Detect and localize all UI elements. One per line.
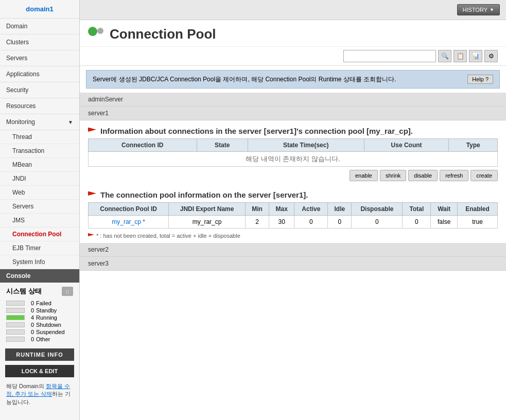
col-enabled: Enabled: [458, 203, 498, 216]
search-button[interactable]: 🔍: [438, 50, 451, 62]
page-title: Connection Pool: [110, 26, 216, 42]
sidebar-sub-servers[interactable]: Servers: [0, 200, 79, 214]
shrink-button[interactable]: shrink: [380, 170, 406, 181]
status-row-failed: 0 Failed: [6, 300, 73, 306]
cell-idle: 0: [328, 216, 352, 229]
status-row-suspended: 0 Suspended: [6, 329, 73, 335]
status-bar-standby: [6, 308, 25, 313]
col-jndi-name: JNDI Export Name: [169, 203, 246, 216]
page-header: Connection Pool: [80, 20, 506, 47]
note-flag-icon: [88, 233, 94, 238]
sidebar-item-security[interactable]: Security: [0, 82, 79, 98]
toolbar: 🔍 📋 📊 ⚙: [80, 47, 506, 66]
server-row-adminserver[interactable]: adminServer: [80, 93, 506, 107]
col-min: Min: [246, 203, 269, 216]
note-text: * : has not been created, total = active…: [96, 233, 240, 239]
cell-active: 0: [294, 216, 328, 229]
col-wait: Wait: [431, 203, 458, 216]
col-type: Type: [449, 139, 498, 152]
sidebar-domain-label[interactable]: domain1: [0, 0, 79, 19]
col-disposable: Disposable: [352, 203, 403, 216]
status-bar-running: [6, 315, 25, 320]
sidebar-sub-transaction[interactable]: Transaction: [0, 144, 79, 158]
status-bar-failed: [6, 301, 25, 306]
section1-title: Information about connections in the ser…: [100, 127, 413, 135]
toolbar-icon1-button[interactable]: 📋: [453, 50, 467, 62]
server-row-server3[interactable]: server3: [80, 257, 506, 271]
runtime-info-button[interactable]: RUNTIME INFO: [5, 348, 74, 361]
status-bar-suspended: [6, 329, 25, 335]
sidebar-sub-ejb-timer[interactable]: EJB Timer: [0, 241, 79, 255]
enable-button[interactable]: enable: [350, 170, 378, 181]
cell-total: 0: [403, 216, 431, 229]
table-row: my_rar_cp * my_rar_cp 2 30 0 0 0 0 false…: [89, 216, 498, 229]
sidebar-item-clusters[interactable]: Clusters: [0, 34, 79, 50]
sidebar-note-link[interactable]: 항목을 수정, 추가 또는 삭제: [6, 383, 70, 397]
disable-button[interactable]: disable: [408, 170, 438, 181]
cell-min: 2: [246, 216, 269, 229]
toolbar-icon2-button[interactable]: 📊: [469, 50, 482, 62]
history-button[interactable]: HISTORY ▼: [457, 4, 500, 15]
connections-table: Connection ID State State Time(sec) Use …: [88, 138, 498, 167]
section2-heading: The connection pool information on the s…: [80, 184, 506, 202]
sidebar-item-domain[interactable]: Domain: [0, 19, 79, 34]
gear-icon: ⚙: [488, 52, 494, 60]
col-max: Max: [269, 203, 294, 216]
search-input[interactable]: [343, 50, 436, 62]
top-bar: HISTORY ▼: [80, 0, 506, 20]
sidebar-sub-jms[interactable]: JMS: [0, 214, 79, 227]
create-button[interactable]: create: [470, 170, 498, 181]
server-row-server2[interactable]: server2: [80, 243, 506, 257]
chevron-down-icon: ▼: [68, 119, 73, 125]
sidebar: domain1 Domain Clusters Servers Applicat…: [0, 0, 80, 420]
cell-enabled: true: [458, 216, 498, 229]
search-icon: 🔍: [441, 52, 449, 60]
pool-info-table: Connection Pool ID JNDI Export Name Min …: [88, 202, 498, 229]
col-state: State: [197, 139, 248, 152]
red-flag-icon: [88, 128, 96, 135]
col-active: Active: [294, 203, 328, 216]
lock-edit-button[interactable]: LOCK & EDIT: [5, 365, 74, 377]
no-data-text: 해당 내역이 존재하지 않습니다.: [89, 152, 498, 167]
action-buttons: enable shrink disable refresh create: [80, 167, 506, 184]
status-row-shutdown: 0 Shutdown: [6, 322, 73, 328]
cell-disposable: 0: [352, 216, 403, 229]
col-state-time: State Time(sec): [248, 139, 364, 152]
sidebar-sub-mbean[interactable]: MBean: [0, 158, 79, 172]
system-status-icon[interactable]: □: [62, 287, 73, 296]
console-label: Console: [0, 269, 79, 283]
status-row-running: 4 Running: [6, 314, 73, 321]
chevron-down-icon: ▼: [490, 7, 494, 12]
sidebar-sub-connection-pool[interactable]: Connection Pool: [0, 227, 79, 241]
sidebar-item-monitoring[interactable]: Monitoring ▼: [0, 114, 79, 130]
sidebar-sub-thread[interactable]: Thread: [0, 130, 79, 144]
info-banner: Server에 생성된 JDBC/JCA Connection Pool을 제어…: [86, 70, 500, 89]
refresh-button[interactable]: refresh: [440, 170, 468, 181]
main-content: HISTORY ▼ Connection Pool 🔍 📋 📊 ⚙ Server…: [80, 0, 506, 420]
sidebar-sub-jndi[interactable]: JNDI: [0, 172, 79, 186]
sidebar-item-servers[interactable]: Servers: [0, 50, 79, 66]
system-status-header: 시스템 상태 □: [0, 283, 79, 298]
clipboard-icon: 📋: [457, 52, 464, 60]
cell-jndi-name: my_rar_cp: [169, 216, 246, 229]
status-bar-shutdown: [6, 322, 25, 327]
red-flag-icon2: [88, 191, 96, 199]
status-rows: 0 Failed 0 Standby 4 Running 0 Shutdown …: [0, 298, 79, 344]
gray-circle-icon: [97, 28, 103, 34]
sidebar-item-resources[interactable]: Resources: [0, 98, 79, 114]
col-idle: Idle: [328, 203, 352, 216]
help-button[interactable]: Help ?: [467, 75, 493, 84]
info-banner-text: Server에 생성된 JDBC/JCA Connection Pool을 제어…: [93, 75, 396, 84]
sidebar-item-applications[interactable]: Applications: [0, 66, 79, 82]
note-row: * : has not been created, total = active…: [80, 229, 506, 243]
server-row-server1[interactable]: server1: [80, 107, 506, 120]
toolbar-icon3-button[interactable]: ⚙: [484, 50, 498, 62]
page-header-icon: [88, 27, 103, 42]
sidebar-sub-web[interactable]: Web: [0, 186, 79, 200]
green-circle-icon: [88, 27, 97, 36]
sidebar-sub-system-info[interactable]: System Info: [0, 255, 79, 269]
cell-wait: false: [431, 216, 458, 229]
cell-pool-id[interactable]: my_rar_cp *: [89, 216, 169, 229]
sidebar-note: 해당 Domain의 항목을 수정, 추가 또는 삭제하는 기능입니다.: [0, 379, 79, 409]
col-total: Total: [403, 203, 431, 216]
